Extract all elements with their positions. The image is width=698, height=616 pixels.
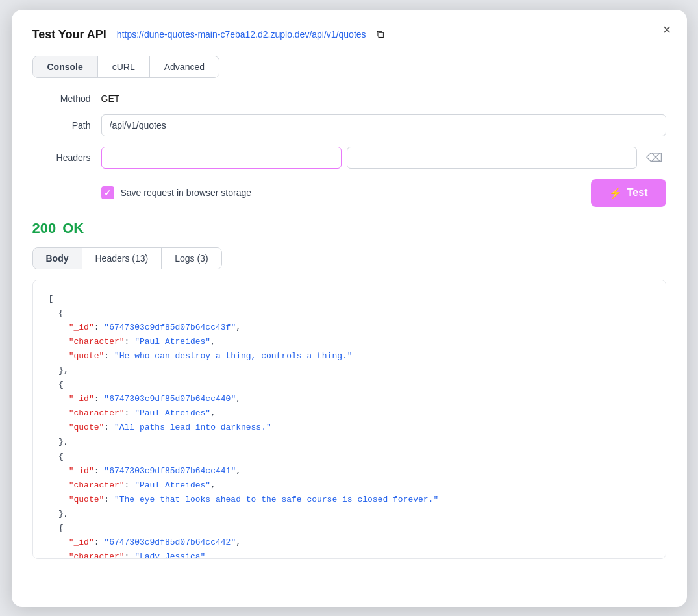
main-tabs: Console cURL Advanced <box>32 56 220 78</box>
resp-tab-body[interactable]: Body <box>33 248 82 269</box>
save-label-text: Save request in browser storage <box>121 188 252 198</box>
modal-title: Test Your API <box>32 28 106 42</box>
method-row: Method GET <box>32 93 666 104</box>
delete-header-button[interactable]: ⌫ <box>642 148 666 167</box>
test-button[interactable]: ⚡ Test <box>591 179 666 207</box>
save-checkbox[interactable]: ✓ <box>101 186 114 199</box>
bolt-icon: ⚡ <box>609 187 622 199</box>
header-value-input[interactable] <box>347 147 637 169</box>
resp-tab-logs[interactable]: Logs (3) <box>162 248 221 269</box>
headers-label: Headers <box>32 153 91 163</box>
close-button[interactable]: × <box>663 23 671 37</box>
status-code: 200 <box>32 220 56 237</box>
path-label: Path <box>32 120 91 130</box>
api-url-link[interactable]: https://dune-quotes-main-c7eba12.d2.zupl… <box>117 29 366 40</box>
resp-tab-headers[interactable]: Headers (13) <box>82 248 162 269</box>
headers-row: Headers ⌫ <box>32 147 666 169</box>
headers-inputs: ⌫ <box>101 147 666 169</box>
status-text: OK <box>62 220 84 237</box>
tab-console[interactable]: Console <box>33 56 98 77</box>
status-row: 200 OK <box>32 220 666 237</box>
save-test-row: ✓ Save request in browser storage ⚡ Test <box>32 179 666 207</box>
modal-header: Test Your API https://dune-quotes-main-c… <box>32 28 666 42</box>
path-row: Path <box>32 114 666 136</box>
test-api-modal: Test Your API https://dune-quotes-main-c… <box>12 10 687 607</box>
response-tabs: Body Headers (13) Logs (3) <box>32 247 222 269</box>
copy-url-icon[interactable]: ⧉ <box>377 29 384 40</box>
check-mark: ✓ <box>104 188 111 198</box>
test-button-label: Test <box>627 187 648 199</box>
path-input[interactable] <box>101 114 666 136</box>
method-value: GET <box>101 93 120 104</box>
response-body[interactable]: [ { "_id": "6747303c9df85d07b64cc43f", "… <box>32 280 666 559</box>
tab-curl[interactable]: cURL <box>98 56 150 77</box>
save-request-label[interactable]: ✓ Save request in browser storage <box>101 186 252 199</box>
method-label: Method <box>32 93 91 104</box>
header-key-input[interactable] <box>101 147 342 169</box>
tab-advanced[interactable]: Advanced <box>150 56 219 77</box>
